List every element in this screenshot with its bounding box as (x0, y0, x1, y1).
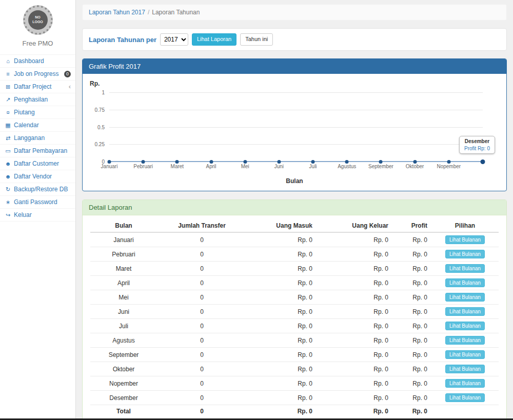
total-jumlah-transfer: 0 (157, 405, 247, 418)
sidebar-item-dashboard[interactable]: ⌂Dashboard (0, 55, 75, 68)
y-tick-label: 1 (102, 90, 105, 95)
x-tick-label: Pebruari (133, 164, 153, 169)
cell-uang-masuk: Rp. 0 (247, 276, 319, 290)
cell-profit: Rp. 0 (396, 290, 431, 305)
sidebar-item-label: Daftar Project (14, 83, 51, 90)
cell-bulan: April (90, 276, 157, 290)
cell-jumlah-transfer: 0 (157, 376, 247, 391)
sidebar-item-job-on-progress[interactable]: ≡Job on Progress0 (0, 68, 75, 81)
breadcrumb-link[interactable]: Laporan Tahun 2017 (89, 9, 145, 16)
detail-report-panel: Detail Laporan Bulan Jumlah Transfer Uan… (82, 199, 507, 420)
cell-uang-keluar: Rp. 0 (319, 333, 396, 348)
gridline (109, 92, 483, 93)
table-row-januari: Januari0Rp. 0Rp. 0Rp. 0Lihat Bulanan (90, 232, 499, 247)
sidebar-item-backup-restore-db[interactable]: ↻Backup/Restore DB (0, 183, 75, 196)
col-header-bulan: Bulan (90, 219, 157, 232)
chart-x-axis-title: Bulan (89, 177, 500, 185)
y-tick-label: 0.25 (95, 142, 105, 147)
sidebar-item-label: Daftar Vendor (14, 173, 52, 180)
cell-uang-keluar: Rp. 0 (319, 348, 396, 362)
y-tick-label: 0.75 (95, 107, 105, 112)
cell-bulan: Januari (90, 232, 157, 247)
tahun-ini-button[interactable]: Tahun ini (240, 33, 273, 45)
table-total-row: Total0Rp. 0Rp. 0Rp. 0 (90, 405, 499, 418)
cell-uang-keluar: Rp. 0 (319, 232, 396, 247)
sidebar-item-daftar-customer[interactable]: ☻Daftar Customer (0, 157, 75, 170)
lihat-bulanan-button[interactable]: Lihat Bulanan (445, 250, 485, 258)
lihat-bulanan-button[interactable]: Lihat Bulanan (445, 235, 485, 244)
count-badge: 0 (64, 71, 71, 77)
sidebar-item-label: Langganan (14, 134, 45, 142)
sidebar-item-label: Job on Progress (14, 70, 58, 77)
lihat-laporan-button[interactable]: Lihat Laporan (192, 33, 236, 45)
col-header-jumlah: Jumlah Transfer (157, 219, 247, 232)
lihat-bulanan-button[interactable]: Lihat Bulanan (445, 379, 485, 388)
breadcrumb: Laporan Tahun 2017/Laporan Tahunan (82, 4, 507, 21)
cell-uang-keluar: Rp. 0 (319, 305, 396, 319)
x-tick-label: Juli (309, 164, 317, 169)
x-tick-label: Oktober (406, 164, 424, 169)
cell-jumlah-transfer: 0 (157, 247, 247, 262)
sidebar-item-ganti-password[interactable]: ∗Ganti Password (0, 196, 75, 209)
cell-pilihan: Lihat Bulanan (431, 305, 499, 319)
x-tick-label: Juni (274, 164, 284, 169)
cell-uang-masuk: Rp. 0 (247, 333, 319, 348)
lihat-bulanan-button[interactable]: Lihat Bulanan (445, 322, 485, 330)
cell-jumlah-transfer: 0 (157, 362, 247, 376)
cell-profit: Rp. 0 (396, 362, 431, 376)
gridline (109, 144, 483, 145)
sidebar: NO LOGO Free PMO ⌂Dashboard≡Job on Progr… (0, 0, 76, 420)
lihat-bulanan-button[interactable]: Lihat Bulanan (445, 365, 485, 373)
x-tick-label: April (206, 164, 216, 169)
report-filter-panel: Laporan Tahunan per 2017 Lihat Laporan T… (82, 28, 507, 51)
lihat-bulanan-button[interactable]: Lihat Bulanan (445, 336, 485, 345)
chart-icon: ↗ (5, 96, 11, 103)
x-tick-label: Agustus (338, 164, 356, 169)
x-tick-label: Nopember (437, 164, 461, 169)
tooltip-value: Profit Rp: 0 (464, 146, 490, 151)
sidebar-item-daftar-project[interactable]: ⊞Daftar Project‹ (0, 81, 75, 93)
table-row-mei: Mei0Rp. 0Rp. 0Rp. 0Lihat Bulanan (90, 290, 499, 305)
table-row-juni: Juni0Rp. 0Rp. 0Rp. 0Lihat Bulanan (90, 305, 499, 319)
total-label: Total (90, 405, 157, 418)
cell-jumlah-transfer: 0 (157, 333, 247, 348)
table-row-maret: Maret0Rp. 0Rp. 0Rp. 0Lihat Bulanan (90, 262, 499, 276)
cell-uang-masuk: Rp. 0 (247, 232, 319, 247)
sidebar-item-calendar[interactable]: ▦Calendar (0, 119, 75, 132)
lihat-bulanan-button[interactable]: Lihat Bulanan (445, 278, 485, 287)
sidebar-item-daftar-vendor[interactable]: ☻Daftar Vendor (0, 170, 75, 183)
lihat-bulanan-button[interactable]: Lihat Bulanan (445, 350, 485, 359)
col-header-profit: Profit (396, 219, 431, 232)
col-header-keluar: Uang Keluar (319, 219, 396, 232)
gridline (109, 127, 483, 128)
lihat-bulanan-button[interactable]: Lihat Bulanan (445, 307, 485, 316)
y-tick-label: 0.5 (97, 124, 105, 130)
chart-x-labels: JanuariPebruariMaretAprilMeiJuniJuliAgus… (109, 162, 483, 169)
cell-bulan: Pebruari (90, 247, 157, 262)
lihat-bulanan-button[interactable]: Lihat Bulanan (445, 264, 485, 273)
year-select[interactable]: 2017 (160, 33, 188, 46)
sidebar-item-penghasilan[interactable]: ↗Penghasilan (0, 93, 75, 106)
logo-area: NO LOGO Free PMO (0, 0, 75, 50)
sidebar-item-langganan[interactable]: ⇄Langganan (0, 132, 75, 145)
sidebar-item-label: Daftar Pembayaran (14, 147, 67, 154)
detail-table-wrap: Bulan Jumlah Transfer Uang Masuk Uang Ke… (83, 215, 506, 420)
lihat-bulanan-button[interactable]: Lihat Bulanan (445, 293, 485, 302)
cell-jumlah-transfer: 0 (157, 305, 247, 319)
cell-profit: Rp. 0 (396, 232, 431, 247)
payment-icon: ▭ (5, 148, 11, 154)
tasks-icon: ≡ (5, 71, 11, 77)
sidebar-item-label: Penghasilan (14, 96, 48, 103)
sidebar-item-piutang[interactable]: ¤Piutang (0, 106, 75, 119)
col-header-pilihan: Pilihan (431, 219, 499, 232)
money-icon: ¤ (5, 109, 11, 115)
chart-y-axis-title: Rp. (90, 80, 500, 87)
backup-icon: ↻ (5, 186, 11, 193)
users-icon: ☻ (5, 161, 11, 167)
cell-bulan: Nopember (90, 376, 157, 391)
cell-bulan: Agustus (90, 333, 157, 348)
sync-icon: ⇄ (5, 135, 11, 142)
sidebar-item-keluar[interactable]: ↪Keluar (0, 209, 75, 222)
sidebar-item-daftar-pembayaran[interactable]: ▭Daftar Pembayaran (0, 145, 75, 157)
lihat-bulanan-button[interactable]: Lihat Bulanan (445, 393, 485, 402)
